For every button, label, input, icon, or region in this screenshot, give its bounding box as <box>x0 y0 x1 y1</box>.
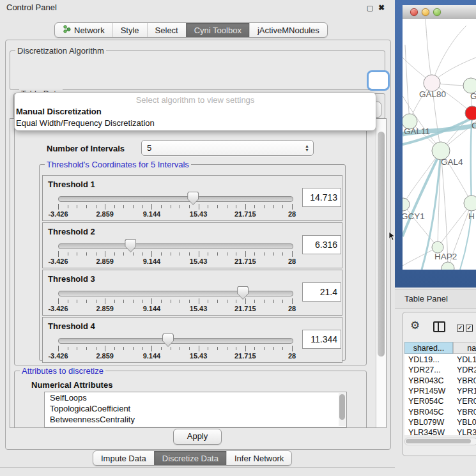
slider-tick <box>68 252 68 256</box>
dropdown-item[interactable]: Equal Width/Frequency Discretization <box>15 118 376 129</box>
attribute-list-item[interactable]: BetweennessCentrality <box>45 414 346 425</box>
tick-label: 28 <box>288 210 296 218</box>
table-panel-title: Table Panel <box>404 294 448 303</box>
table-panel-header[interactable]: Table Panel <box>395 289 476 309</box>
table-cell[interactable]: YBL0 <box>457 418 476 427</box>
table-cell[interactable]: YLR345W <box>408 428 453 435</box>
numerical-attributes-list: SelfLoopsTopologicalCoefficientBetweenne… <box>44 392 347 427</box>
interval-definition-group: Interval Definition Number of Intervals … <box>14 127 367 365</box>
slider-tick <box>208 252 208 256</box>
table-cell[interactable]: YBR0 <box>457 376 476 385</box>
slider-track[interactable] <box>58 338 293 344</box>
table-row[interactable]: YDR27...YDR2 <box>404 365 476 376</box>
attributes-scroll-thumb[interactable] <box>339 394 345 420</box>
tab-cyni-toolbox[interactable]: Cyni Toolbox <box>186 23 249 37</box>
column-header-shared-name[interactable]: shared... <box>404 342 453 354</box>
column-header-name[interactable]: name <box>453 342 476 354</box>
network-node[interactable] <box>465 106 476 120</box>
table-row[interactable]: YER054CYER0 <box>404 397 476 407</box>
table-cell[interactable]: YBL079W <box>408 418 453 427</box>
tab-infer-network[interactable]: Infer Network <box>226 451 291 465</box>
threshold-value-field[interactable] <box>302 235 341 254</box>
slider-tick <box>208 205 208 208</box>
num-intervals-combobox[interactable]: 5 ▲▼ <box>141 140 314 156</box>
network-window-titlebar[interactable] <box>403 5 476 20</box>
columns-icon[interactable] <box>433 321 445 332</box>
slider-tick <box>217 347 218 350</box>
table-cell[interactable]: YPR1 <box>457 387 476 395</box>
table-horizontal-scrollbar[interactable] <box>404 438 476 445</box>
slider-track[interactable] <box>58 196 293 202</box>
algorithm-combobox[interactable] <box>367 70 390 91</box>
tick-label: 15.43 <box>190 257 208 265</box>
attribute-list-item[interactable]: SelfLoops <box>45 392 346 403</box>
close-icon[interactable]: ✖ <box>377 3 386 12</box>
network-node[interactable] <box>464 196 476 211</box>
table-cell[interactable]: YBR0 <box>457 408 476 417</box>
table-cell[interactable]: YER054C <box>408 397 453 406</box>
slider-tick <box>114 300 115 303</box>
slider-track[interactable] <box>58 243 293 249</box>
attribute-list-item[interactable]: TopologicalCoefficient <box>45 403 346 414</box>
tick-label: 15.43 <box>190 305 208 312</box>
table-cell[interactable]: YER0 <box>457 397 476 406</box>
threshold-value-field[interactable] <box>302 282 341 302</box>
table-cell[interactable]: YLR3 <box>457 428 476 435</box>
slider-thumb[interactable] <box>162 334 174 347</box>
slider-thumb[interactable] <box>125 239 136 252</box>
threshold-value-field[interactable] <box>302 330 341 349</box>
table-row[interactable]: YBL079WYBL0 <box>404 418 476 428</box>
tick-label: 21.715 <box>234 305 256 312</box>
network-node-label: GCY1 <box>403 211 425 221</box>
table-cell[interactable]: YDL1 <box>457 355 476 364</box>
table-cell[interactable]: YDL19... <box>408 355 453 364</box>
table-row[interactable]: YPR145WYPR1 <box>404 387 476 397</box>
tab-style[interactable]: Style <box>112 23 147 37</box>
tab-select[interactable]: Select <box>147 23 186 37</box>
tab-discretize-data[interactable]: Discretize Data <box>154 451 226 465</box>
gear-icon[interactable]: ⚙ <box>410 320 420 331</box>
slider-tick <box>123 252 124 256</box>
table-hscroll-thumb[interactable] <box>406 439 471 443</box>
slider-track[interactable] <box>58 291 293 296</box>
table-row[interactable]: YBR043CYBR0 <box>404 376 476 387</box>
table-row[interactable]: YLR345WYLR3 <box>404 428 476 435</box>
network-node-label: C <box>472 121 476 130</box>
screenshot-root: Control Panel ▢ ✖ NetworkStyleSelectCyni… <box>0 0 476 476</box>
table-cell[interactable]: YBR045C <box>408 408 453 417</box>
apply-button[interactable]: Apply <box>173 429 222 445</box>
slider-thumb[interactable] <box>187 192 199 205</box>
dropdown-item[interactable]: Manual Discretization <box>15 106 376 118</box>
slider-thumb[interactable] <box>237 286 249 300</box>
table-cell[interactable]: YPR145W <box>408 387 453 395</box>
network-node[interactable] <box>403 198 410 211</box>
table-row[interactable]: YBR045CYBR0 <box>404 408 476 418</box>
tab-jactivemnodules[interactable]: jActiveMNodules <box>249 23 327 37</box>
traffic-light-zoom-icon[interactable] <box>433 8 441 16</box>
network-node[interactable] <box>441 262 454 270</box>
table-cell[interactable]: YBR043C <box>408 376 453 385</box>
tick-label: 9.144 <box>143 305 161 312</box>
algorithm-group: Discretization Algorithm <box>10 50 385 90</box>
traffic-light-minimize-icon[interactable] <box>422 8 429 16</box>
network-edge <box>432 26 466 83</box>
slider-tick <box>142 205 143 208</box>
top-tab-bar: NetworkStyleSelectCyni ToolboxjActiveMNo… <box>54 22 328 38</box>
table-row[interactable]: YDL19...YDL1 <box>404 355 476 365</box>
slider-tick <box>161 347 162 350</box>
table-cell[interactable]: YDR27... <box>408 365 453 374</box>
tab-network[interactable]: Network <box>55 23 112 37</box>
tab-impute-data[interactable]: Impute Data <box>93 451 154 465</box>
content-scrollbar[interactable] <box>376 119 386 427</box>
attributes-list-scrollbar[interactable] <box>339 393 346 426</box>
table-cell[interactable]: YDR2 <box>457 365 476 374</box>
traffic-light-close-icon[interactable] <box>410 8 418 16</box>
content-scroll-thumb[interactable] <box>378 132 385 357</box>
checkbox-icon[interactable]: ✓ <box>457 325 464 332</box>
slider-tick <box>282 347 283 350</box>
checkbox-icon[interactable]: ✓ <box>466 325 473 332</box>
float-window-icon[interactable]: ▢ <box>365 3 374 12</box>
network-canvas[interactable]: GAL80GACGAL11GAL4GCY1HHAP2 <box>403 19 476 270</box>
tick-label: 21.715 <box>234 210 256 218</box>
threshold-value-field[interactable] <box>302 188 341 207</box>
